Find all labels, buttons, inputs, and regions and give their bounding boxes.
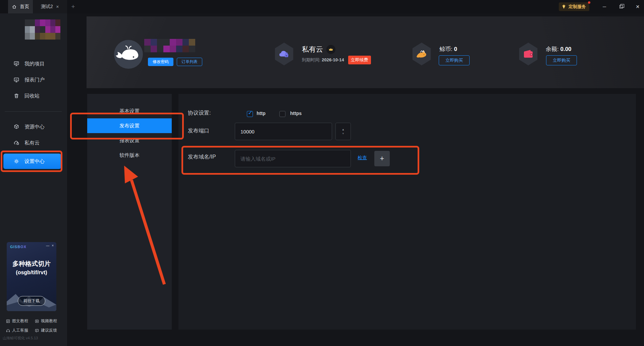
- notification-dot: [588, 1, 590, 4]
- promo-title-line1: 多种格式切片: [7, 260, 56, 268]
- app-version: 山海鲸可视化 v4.5.13: [3, 336, 38, 341]
- link-video-tutorial[interactable]: 视频教程: [35, 318, 57, 324]
- expiry-text: 到期时间: 2026-10-14: [302, 57, 344, 63]
- restore-icon: [620, 5, 623, 8]
- link-customer-service[interactable]: 人工客服: [6, 328, 28, 333]
- sidebar: 我的项目 报表门户 回收站 资源中心 私有云 设置中心 GISBOX —: [0, 13, 67, 346]
- whale-avatar-icon: [114, 40, 143, 69]
- cloud-lock-badge-icon: [278, 49, 290, 59]
- sidebar-item-private-cloud[interactable]: 私有云: [0, 135, 67, 150]
- feedback-icon: [35, 329, 39, 333]
- sidebar-item-recycle-bin[interactable]: 回收站: [0, 89, 67, 103]
- tab-close-icon[interactable]: ✕: [56, 5, 59, 9]
- video-tutorial-icon: [35, 319, 39, 323]
- tab-home-label: 首页: [20, 4, 29, 10]
- balance-value: 0.00: [560, 46, 571, 52]
- balance-label: 余额:: [546, 46, 559, 52]
- wallet-icon: [523, 49, 534, 59]
- sidebar-divider: [5, 111, 62, 112]
- port-input[interactable]: [235, 123, 332, 140]
- new-tab-button[interactable]: +: [68, 0, 78, 13]
- promo-title-line2: (osgb/tif/rvt): [7, 270, 56, 276]
- headset-icon: [6, 329, 10, 333]
- annotation-box-domain-row: [181, 146, 419, 175]
- close-button[interactable]: ✕: [631, 0, 644, 13]
- nav-item-software-version[interactable]: 软件版本: [87, 148, 172, 163]
- coin-whale-icon: [416, 49, 428, 59]
- port-spinner[interactable]: ▲ ▼: [335, 123, 351, 140]
- spinner-up-icon[interactable]: ▲: [342, 128, 344, 131]
- whale-coin-hexagon: [411, 43, 432, 65]
- annotation-box-publish-settings: [70, 113, 184, 139]
- promo-card[interactable]: GISBOX — × 多种格式切片 (osgb/tif/rvt) 前往下载: [7, 242, 56, 311]
- gem-icon: [561, 4, 567, 9]
- resource-cube-icon: [13, 124, 19, 130]
- http-option-label[interactable]: http: [257, 111, 265, 116]
- expiry-date: 2026-10-14: [322, 57, 344, 62]
- link-doc-tutorial[interactable]: 图文教程: [6, 318, 28, 324]
- spinner-down-icon[interactable]: ▼: [342, 132, 344, 135]
- sidebar-item-my-projects[interactable]: 我的项目: [0, 56, 67, 71]
- whale-coin-stat: 鲸币: 0: [439, 45, 457, 53]
- tab-test2-label: 测试2: [41, 4, 53, 10]
- vip-crown-icon: [326, 45, 335, 54]
- gisbox-logo: GISBOX: [10, 245, 26, 249]
- report-portal-icon: [13, 77, 19, 83]
- renew-now-button[interactable]: 立即续费: [348, 56, 371, 64]
- check-icon: ✓: [248, 109, 253, 116]
- order-list-button[interactable]: 订单列表: [177, 58, 202, 66]
- checkbox-https[interactable]: ✓: [279, 111, 285, 117]
- sidebar-item-label: 我的项目: [24, 61, 45, 67]
- sidebar-item-report-portal[interactable]: 报表门户: [0, 72, 67, 87]
- promo-close-icon[interactable]: ×: [52, 244, 54, 247]
- promo-controls: — ×: [46, 244, 54, 247]
- checkbox-http[interactable]: ✓: [247, 111, 253, 117]
- minimize-button[interactable]: ─: [598, 0, 611, 13]
- home-icon: [12, 4, 17, 9]
- buy-coins-button[interactable]: 立即购买: [439, 55, 470, 65]
- link-label: 人工客服: [12, 328, 28, 333]
- change-password-button[interactable]: 修改密码: [148, 58, 173, 66]
- whale-coin-value: 0: [454, 46, 457, 52]
- avatar[interactable]: [114, 40, 143, 69]
- logo-censored: [25, 19, 60, 40]
- projects-icon: [13, 61, 19, 67]
- private-cloud-expiry-row: 到期时间: 2026-10-14 立即续费: [302, 56, 371, 64]
- profile-banner: 修改密码 订单列表 私有云 到期时间: 2026-10-14 立即续费: [87, 16, 644, 88]
- app-window: 首页 测试2 ✕ + 定制服务 ─ ✕ 我的项目 报表门户: [0, 0, 644, 346]
- custom-service-button[interactable]: 定制服务: [559, 2, 589, 11]
- username-censored: [144, 39, 195, 52]
- titlebar: 首页 测试2 ✕ + 定制服务 ─ ✕: [0, 0, 644, 13]
- link-feedback[interactable]: 建议反馈: [35, 328, 57, 333]
- promo-minimize-icon[interactable]: —: [46, 244, 49, 247]
- sidebar-item-label: 私有云: [24, 140, 40, 146]
- annotation-box-settings-center: [1, 151, 62, 172]
- private-cloud-hexagon: [274, 43, 294, 65]
- download-button[interactable]: 前往下载: [18, 296, 45, 306]
- link-label: 建议反馈: [41, 328, 57, 333]
- tab-test2[interactable]: 测试2 ✕: [33, 0, 67, 13]
- private-cloud-title: 私有云: [302, 45, 323, 54]
- annotation-arrow: [114, 161, 181, 292]
- sidebar-item-resource-center[interactable]: 资源中心: [0, 119, 67, 134]
- sidebar-item-label: 报表门户: [24, 77, 45, 83]
- protocol-label: 协议设置:: [188, 110, 211, 117]
- sidebar-item-label: 回收站: [24, 93, 40, 99]
- port-label: 发布端口: [188, 127, 209, 134]
- link-label: 图文教程: [12, 318, 28, 324]
- banner-decoration: [87, 16, 211, 88]
- cloud-lock-icon: [13, 140, 19, 146]
- tab-home[interactable]: 首页: [8, 0, 33, 13]
- trash-icon: [13, 93, 19, 99]
- private-cloud-header: 私有云: [302, 45, 335, 54]
- sidebar-item-label: 资源中心: [24, 124, 45, 130]
- restore-button[interactable]: [614, 0, 628, 13]
- buy-balance-button[interactable]: 立即购买: [546, 55, 577, 65]
- balance-stat: 余额: 0.00: [546, 45, 572, 53]
- custom-service-label: 定制服务: [569, 4, 586, 10]
- whale-coin-label: 鲸币:: [439, 46, 452, 52]
- link-label: 视频教程: [41, 318, 57, 324]
- expiry-label: 到期时间:: [302, 57, 321, 62]
- https-option-label[interactable]: https: [290, 111, 302, 116]
- publish-settings-form: 协议设置: ✓ http ✓ https 发布端口 ▲ ▼ 发布域名/IP 检查…: [178, 94, 636, 330]
